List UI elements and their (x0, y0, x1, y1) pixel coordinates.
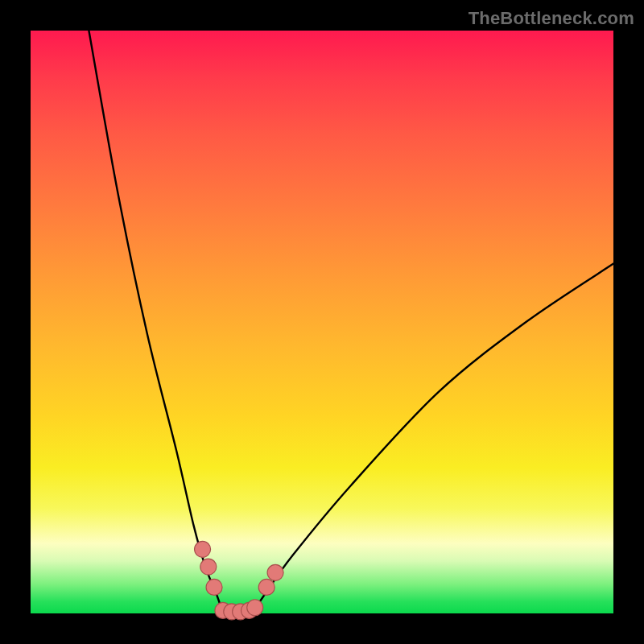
bead-marker (258, 579, 275, 595)
bead-marker (200, 559, 217, 575)
bead-markers (195, 541, 283, 619)
bead-marker (206, 579, 222, 595)
bead-marker (247, 600, 263, 616)
bead-marker (195, 541, 211, 557)
bead-marker (267, 564, 283, 580)
right-curve (252, 264, 613, 613)
chart-svg (31, 31, 613, 613)
outer-frame: TheBottleneck.com (0, 0, 644, 644)
watermark-text: TheBottleneck.com (469, 8, 634, 29)
left-curve (89, 31, 223, 613)
plot-area (31, 31, 613, 613)
